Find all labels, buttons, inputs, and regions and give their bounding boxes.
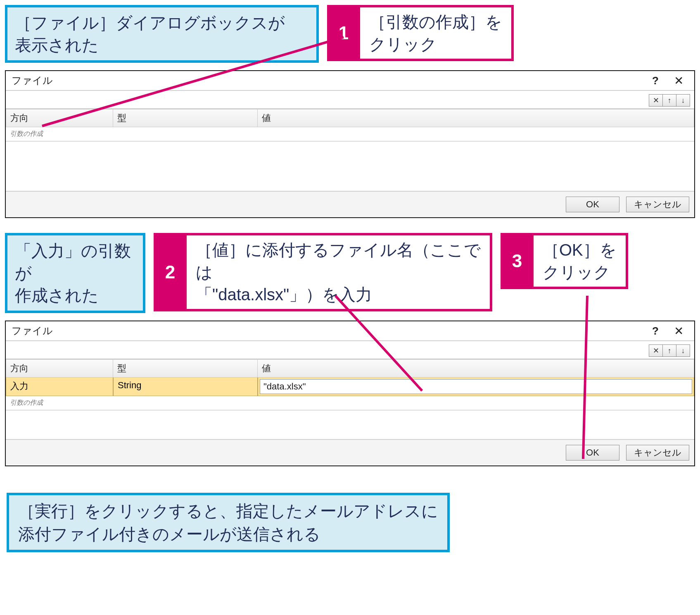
step-number-2: 2 [154, 233, 187, 311]
column-value[interactable]: 値 [258, 359, 694, 378]
grid-empty-area [6, 410, 694, 439]
cell-value-wrap[interactable] [258, 378, 694, 396]
column-direction[interactable]: 方向 [6, 359, 113, 378]
callout-input-created: 「入力」の引数が 作成された [5, 233, 145, 313]
column-type[interactable]: 型 [113, 109, 258, 127]
callout-step-3: 3 ［OK］を クリック [501, 233, 628, 289]
step-number-1: 1 [327, 5, 360, 61]
create-argument-row[interactable]: 引数の作成 [6, 396, 694, 410]
step-text-1: ［引数の作成］を クリック [360, 5, 514, 61]
move-up-button[interactable]: ↑ [662, 94, 676, 107]
cell-direction[interactable]: 入力 [6, 378, 113, 396]
help-icon[interactable]: ? [644, 71, 667, 90]
value-input[interactable] [260, 379, 692, 394]
file-dialog-2: ファイル ? ✕ ✕ ↑ ↓ 方向 型 値 入力 String 引数 [5, 321, 695, 466]
create-argument-row[interactable]: 引数の作成 [6, 127, 694, 141]
callout-final: ［実行］をクリックすると、指定したメールアドレスに 添付ファイル付きのメールが送… [7, 493, 450, 552]
grid-toolbar: ✕ ↑ ↓ [6, 341, 694, 359]
delete-row-button[interactable]: ✕ [649, 344, 663, 357]
cancel-button[interactable]: キャンセル [626, 445, 689, 461]
callout-step-1: 1 ［引数の作成］を クリック [327, 5, 514, 61]
arguments-grid-header: 方向 型 値 [6, 109, 694, 127]
dialog-title: ファイル [12, 324, 644, 337]
callout-dialog-shown: ［ファイル］ダイアログボックスが 表示された [5, 5, 319, 63]
argument-row-1[interactable]: 入力 String [6, 378, 694, 396]
move-down-button[interactable]: ↓ [676, 344, 690, 357]
column-type[interactable]: 型 [113, 359, 258, 378]
step-text-2: ［値］に添付するファイル名（ここでは 「"data.xlsx"」）を入力 [187, 233, 492, 311]
move-down-button[interactable]: ↓ [676, 94, 690, 107]
cancel-button[interactable]: キャンセル [626, 197, 689, 212]
column-direction[interactable]: 方向 [6, 109, 113, 127]
close-icon[interactable]: ✕ [667, 71, 690, 90]
dialog-footer: OK キャンセル [6, 191, 694, 217]
dialog-title: ファイル [12, 74, 644, 87]
cell-type[interactable]: String [113, 378, 258, 396]
ok-button[interactable]: OK [566, 197, 619, 212]
arguments-grid-header: 方向 型 値 [6, 359, 694, 378]
close-icon[interactable]: ✕ [667, 322, 690, 340]
grid-empty-area [6, 141, 694, 191]
grid-toolbar: ✕ ↑ ↓ [6, 91, 694, 109]
file-dialog-1: ファイル ? ✕ ✕ ↑ ↓ 方向 型 値 引数の作成 OK キャンセル [5, 70, 695, 218]
callout-step-2: 2 ［値］に添付するファイル名（ここでは 「"data.xlsx"」）を入力 [154, 233, 492, 311]
delete-row-button[interactable]: ✕ [649, 94, 663, 107]
titlebar: ファイル ? ✕ [6, 321, 694, 340]
column-value[interactable]: 値 [258, 109, 694, 127]
dialog-footer: OK キャンセル [6, 439, 694, 465]
ok-button[interactable]: OK [566, 445, 619, 461]
help-icon[interactable]: ? [644, 322, 667, 340]
step-number-3: 3 [501, 233, 534, 289]
step-text-3: ［OK］を クリック [534, 233, 628, 289]
move-up-button[interactable]: ↑ [662, 344, 676, 357]
titlebar: ファイル ? ✕ [6, 71, 694, 90]
